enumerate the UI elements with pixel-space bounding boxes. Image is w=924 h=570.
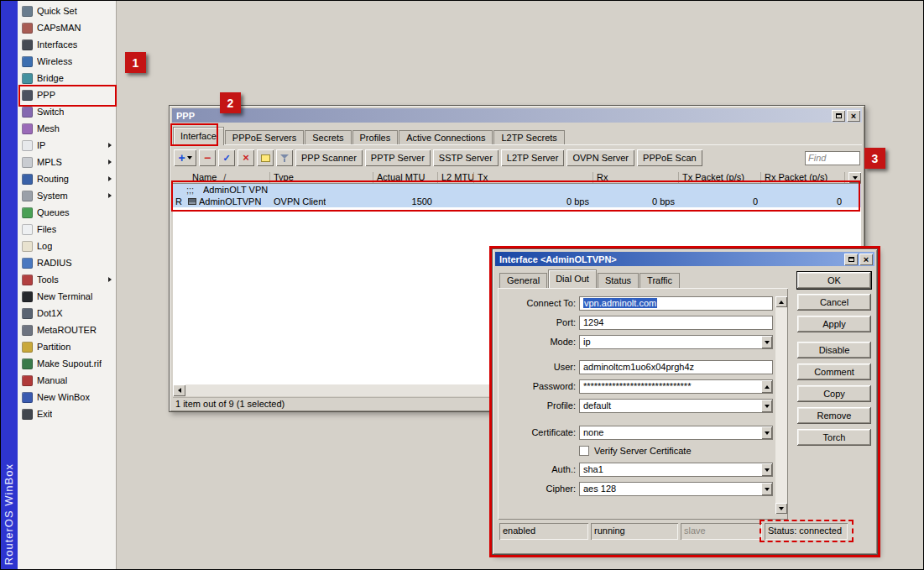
tab-secrets[interactable]: Secrets (305, 130, 351, 145)
sidebar-item-tools[interactable]: Tools (18, 271, 116, 288)
sidebar-item-bridge[interactable]: Bridge (18, 70, 116, 86)
copy-button[interactable]: Copy (797, 385, 871, 402)
sidebar-item-make-supout[interactable]: Make Supout.rif (18, 355, 116, 372)
sidebar-item-mpls[interactable]: MPLS (18, 154, 116, 170)
sidebar-item-log[interactable]: Log (18, 238, 116, 254)
tab-l2tp-secrets[interactable]: L2TP Secrets (493, 130, 564, 145)
comment-button[interactable]: Comment (797, 363, 871, 380)
sidebar-item-label: Tools (37, 275, 59, 285)
pptp-server-button[interactable]: PPTP Server (365, 149, 431, 166)
winbox-app: RouterOS WinBox Quick Set CAPsMAN Interf… (0, 0, 924, 570)
ovpn-server-button[interactable]: OVPN Server (566, 149, 634, 166)
ppp-scanner-button[interactable]: PPP Scanner (295, 149, 363, 166)
sidebar-item-quick-set[interactable]: Quick Set (18, 3, 116, 19)
tab-traffic[interactable]: Traffic (639, 273, 680, 288)
sidebar-item-new-terminal[interactable]: New Terminal (18, 288, 116, 305)
column-picker-button[interactable] (848, 172, 861, 183)
certificate-dropdown-button[interactable] (761, 426, 772, 439)
partition-icon (22, 342, 33, 353)
cipher-value: aes 128 (583, 484, 616, 494)
sidebar-item-queues[interactable]: Queues (18, 204, 116, 221)
cancel-button[interactable]: Cancel (797, 294, 871, 311)
maximize-button[interactable] (844, 254, 858, 265)
maximize-button[interactable] (832, 110, 845, 122)
sidebar-item-switch[interactable]: Switch (18, 103, 116, 120)
tab-general[interactable]: General (499, 273, 547, 288)
tab-dial-out[interactable]: Dial Out (548, 269, 597, 288)
add-button[interactable]: + (174, 149, 196, 166)
profile-dropdown-button[interactable] (761, 400, 772, 412)
mode-dropdown-button[interactable] (761, 336, 772, 348)
column-header-name[interactable]: Name/ (173, 172, 270, 183)
password-reveal-button[interactable] (761, 380, 772, 393)
sidebar-item-routing[interactable]: Routing (18, 170, 116, 187)
port-field[interactable]: 1294 (579, 316, 773, 330)
scroll-up-button[interactable] (775, 296, 787, 307)
sidebar-item-radius[interactable]: RADIUS (18, 254, 116, 271)
tab-interface[interactable]: Interface (173, 127, 224, 145)
form-scrollbar[interactable] (775, 296, 787, 514)
sidebar-item-wireless[interactable]: Wireless (18, 53, 116, 70)
scroll-down-button[interactable] (775, 503, 787, 514)
filter-button[interactable] (276, 149, 293, 166)
enable-button[interactable]: ✓ (218, 149, 235, 166)
column-header-actual-mtu[interactable]: Actual MTU (373, 172, 438, 183)
password-field[interactable]: ****************************** (579, 379, 773, 394)
cipher-field[interactable]: aes 128 (579, 482, 773, 496)
ppp-window-titlebar[interactable]: PPP × (172, 108, 862, 123)
sidebar-item-ip[interactable]: IP (18, 137, 116, 154)
cipher-dropdown-button[interactable] (761, 483, 772, 495)
sidebar-item-system[interactable]: System (18, 187, 116, 204)
sidebar-item-dot1x[interactable]: Dot1X (18, 305, 116, 322)
tab-status[interactable]: Status (598, 273, 639, 288)
files-icon (22, 224, 33, 235)
sidebar-item-new-winbox[interactable]: New WinBox (18, 389, 116, 405)
column-header-rx-packet[interactable]: Rx Packet (p/s) (761, 172, 845, 183)
mode-field[interactable]: ip (579, 335, 773, 349)
torch-button[interactable]: Torch (797, 429, 871, 446)
auth-dropdown-button[interactable] (761, 463, 772, 476)
profile-field[interactable]: default (579, 399, 773, 413)
sidebar-item-metarouter[interactable]: MetaROUTER (18, 322, 116, 338)
connect-to-field[interactable]: vpn.adminolt.com (579, 296, 773, 311)
sidebar-item-files[interactable]: Files (18, 221, 116, 238)
dialog-titlebar[interactable]: Interface <AdminOLTVPN> × (495, 252, 874, 266)
remove-button[interactable]: Remove (797, 407, 871, 424)
user-field[interactable]: adminoltcm1uo6x04prgh4z (579, 360, 773, 374)
ok-button[interactable]: OK (797, 272, 871, 289)
column-header-rx[interactable]: Rx (593, 172, 679, 183)
quick-set-icon (22, 6, 33, 17)
disable-button[interactable]: × (238, 149, 254, 166)
remove-button[interactable]: − (199, 149, 216, 166)
column-header-tx[interactable]: Tx (474, 172, 593, 183)
sidebar-item-ppp[interactable]: PPP (18, 86, 116, 103)
close-button[interactable]: × (859, 254, 873, 265)
sidebar-item-label: Switch (37, 107, 64, 117)
tab-active-connections[interactable]: Active Connections (399, 130, 493, 145)
column-header-l2-mtu[interactable]: L2 MTU (438, 172, 474, 183)
sidebar-item-manual[interactable]: Manual (18, 372, 116, 389)
sidebar-item-interfaces[interactable]: Interfaces (18, 36, 116, 53)
sstp-server-button[interactable]: SSTP Server (433, 149, 499, 166)
find-input[interactable] (805, 151, 860, 165)
sidebar-item-exit[interactable]: Exit (18, 405, 116, 422)
close-button[interactable]: × (847, 110, 860, 122)
verify-server-certificate-checkbox[interactable] (579, 446, 589, 456)
pppoe-scan-button[interactable]: PPPoE Scan (637, 149, 702, 166)
sidebar-item-partition[interactable]: Partition (18, 338, 116, 355)
tab-pppoe-servers[interactable]: PPPoE Servers (225, 130, 304, 145)
comment-button[interactable] (257, 149, 274, 166)
table-row[interactable]: R AdminOLTVPN OVPN Client 1500 0 bps 0 b… (173, 196, 861, 207)
disable-button[interactable]: Disable (797, 342, 871, 358)
l2tp-server-button[interactable]: L2TP Server (501, 149, 565, 166)
auth-field[interactable]: sha1 (579, 463, 773, 477)
tab-profiles[interactable]: Profiles (352, 130, 399, 145)
sidebar-item-mesh[interactable]: Mesh (18, 120, 116, 137)
apply-button[interactable]: Apply (797, 316, 871, 332)
certificate-field[interactable]: none (579, 426, 773, 440)
table-row-comment[interactable]: ;;; AdminOLT VPN (173, 184, 861, 196)
scroll-left-button[interactable] (173, 384, 185, 396)
column-header-type[interactable]: Type (270, 172, 373, 183)
sidebar-item-capsman[interactable]: CAPsMAN (18, 19, 116, 36)
column-header-tx-packet[interactable]: Tx Packet (p/s) (679, 172, 761, 183)
